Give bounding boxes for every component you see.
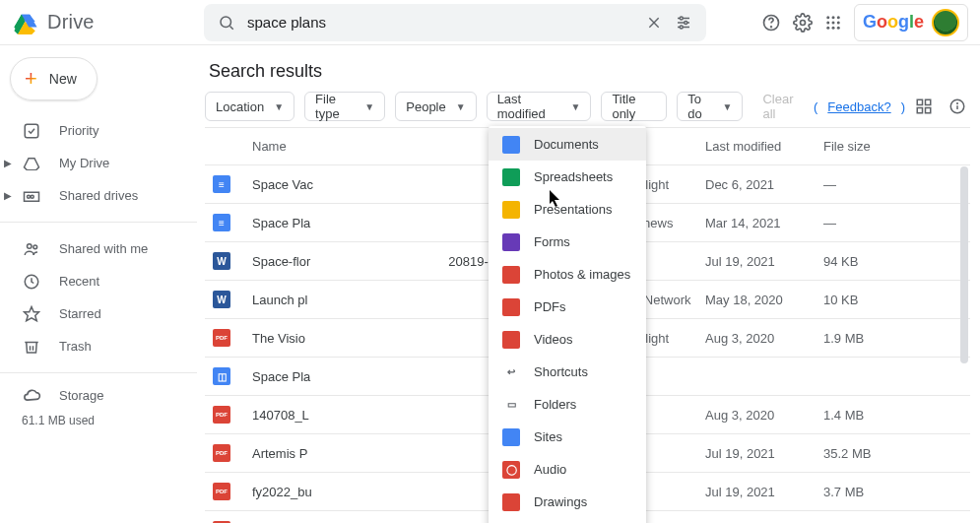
people-icon bbox=[22, 240, 41, 258]
chip-titleonly[interactable]: Title only bbox=[601, 92, 667, 121]
sidebar-item-starred[interactable]: Starred bbox=[0, 297, 197, 330]
filetype-option-icon bbox=[502, 233, 520, 251]
file-size: — bbox=[823, 216, 922, 230]
filetype-option[interactable]: Spreadsheets bbox=[489, 161, 646, 193]
product-name: Drive bbox=[47, 11, 95, 33]
col-size[interactable]: File size bbox=[823, 139, 922, 154]
scrollbar[interactable] bbox=[960, 166, 968, 363]
chip-filetype[interactable]: File type▼ bbox=[304, 92, 385, 121]
settings-gear-icon[interactable] bbox=[793, 13, 813, 33]
chip-location[interactable]: Location▼ bbox=[205, 92, 294, 121]
filetype-option-label: Spreadsheets bbox=[534, 169, 613, 184]
filetype-option[interactable]: Documents bbox=[489, 128, 646, 161]
search-options-icon[interactable] bbox=[669, 8, 698, 37]
chevron-right-icon[interactable]: ▶ bbox=[4, 190, 12, 201]
filetype-option[interactable]: Presentations bbox=[489, 193, 646, 226]
caret-down-icon: ▼ bbox=[571, 101, 581, 112]
pdf-file-icon: PDF bbox=[213, 406, 230, 424]
svg-point-32 bbox=[33, 244, 37, 248]
file-modified: Aug 3, 2020 bbox=[705, 331, 823, 346]
sidebar-item-label: Recent bbox=[59, 274, 99, 289]
new-button[interactable]: + New bbox=[10, 57, 98, 100]
account-chip[interactable]: Google bbox=[854, 4, 968, 41]
nav-secondary: Shared with me Recent Starred Trash bbox=[0, 229, 197, 366]
file-size: 3.7 MB bbox=[823, 485, 922, 499]
filetype-option-icon bbox=[502, 168, 520, 186]
filter-chip-row: Location▼ File type▼ People▼ Last modifi… bbox=[205, 92, 970, 121]
file-modified: Aug 3, 2020 bbox=[705, 408, 823, 423]
svg-point-19 bbox=[837, 16, 840, 19]
filetype-option[interactable]: Sites bbox=[489, 421, 646, 453]
filetype-option[interactable]: ↩Shortcuts bbox=[489, 356, 646, 388]
file-size: 1.4 MB bbox=[823, 408, 922, 423]
svg-point-22 bbox=[837, 21, 840, 24]
svg-rect-37 bbox=[917, 108, 922, 113]
storage-used: 61.1 MB used bbox=[0, 412, 197, 427]
chip-todo[interactable]: To do▼ bbox=[677, 92, 743, 121]
svg-line-5 bbox=[229, 26, 232, 29]
doc-file-icon: ≡ bbox=[213, 214, 230, 231]
header: Drive Google bbox=[0, 0, 980, 45]
sidebar-item-storage[interactable]: Storage bbox=[0, 379, 197, 412]
search-bar bbox=[204, 4, 706, 41]
sidebar-item-label: Shared drives bbox=[59, 188, 138, 203]
filetype-option[interactable]: Videos bbox=[489, 323, 646, 356]
chevron-right-icon[interactable]: ▶ bbox=[4, 158, 12, 168]
sidebar-item-recent[interactable]: Recent bbox=[0, 265, 197, 297]
search-icon[interactable] bbox=[212, 8, 241, 37]
caret-down-icon: ▼ bbox=[364, 101, 374, 112]
header-right: Google bbox=[761, 4, 968, 41]
apps-grid-icon[interactable] bbox=[824, 14, 842, 32]
svg-point-17 bbox=[826, 16, 829, 19]
page-title: Search results bbox=[209, 61, 970, 82]
filetype-option[interactable]: Photos & images bbox=[489, 258, 646, 291]
help-icon[interactable] bbox=[761, 13, 781, 33]
mydrive-icon bbox=[22, 157, 41, 170]
col-modified[interactable]: Last modified bbox=[705, 139, 823, 154]
google-wordmark: Google bbox=[863, 12, 924, 33]
filetype-option-icon bbox=[502, 201, 520, 219]
view-grid-icon[interactable] bbox=[915, 98, 933, 115]
main: Search results Location▼ File type▼ Peop… bbox=[197, 45, 980, 523]
filetype-option[interactable]: ▭Folders bbox=[489, 388, 646, 421]
logo-area[interactable]: Drive bbox=[12, 11, 204, 34]
filetype-option-label: Videos bbox=[534, 332, 573, 347]
filetype-option[interactable]: Archives (zip) bbox=[489, 518, 646, 523]
sidebar-item-priority[interactable]: Priority bbox=[0, 114, 197, 147]
filetype-option-label: Presentations bbox=[534, 202, 613, 217]
sidebar-item-trash[interactable]: Trash bbox=[0, 330, 197, 362]
plus-icon: + bbox=[25, 68, 37, 90]
avatar[interactable] bbox=[932, 9, 959, 36]
sidebar-item-mydrive[interactable]: ▶ My Drive bbox=[0, 147, 197, 179]
clear-search-icon[interactable] bbox=[639, 8, 669, 37]
filetype-option[interactable]: PDFs bbox=[489, 291, 646, 323]
trash-icon bbox=[22, 338, 41, 356]
site-file-icon: ◫ bbox=[213, 367, 230, 385]
sidebar-item-label: Storage bbox=[59, 388, 104, 403]
chip-people[interactable]: People▼ bbox=[395, 92, 476, 121]
filetype-option[interactable]: Forms bbox=[489, 226, 646, 258]
filetype-dropdown: DocumentsSpreadsheetsPresentationsFormsP… bbox=[489, 126, 646, 523]
sidebar-item-label: My Drive bbox=[59, 156, 109, 170]
filetype-option-label: Drawings bbox=[534, 494, 587, 509]
chip-lastmodified[interactable]: Last modified▼ bbox=[487, 92, 592, 121]
filetype-option-icon bbox=[502, 266, 520, 284]
clear-all-link[interactable]: Clear all bbox=[762, 92, 804, 121]
filetype-option-label: Documents bbox=[534, 137, 599, 152]
svg-point-11 bbox=[685, 21, 687, 24]
filetype-option[interactable]: ◯Audio bbox=[489, 453, 646, 486]
svg-point-4 bbox=[221, 17, 231, 28]
svg-point-30 bbox=[31, 195, 33, 198]
svg-point-29 bbox=[28, 195, 31, 198]
feedback-link[interactable]: Feedback? bbox=[827, 99, 890, 114]
sidebar-item-sharedwithme[interactable]: Shared with me bbox=[0, 232, 197, 265]
file-modified: Jul 19, 2021 bbox=[705, 446, 823, 461]
search-input[interactable] bbox=[241, 14, 639, 31]
sidebar-item-shareddrives[interactable]: ▶ Shared drives bbox=[0, 179, 197, 212]
filetype-option[interactable]: Drawings bbox=[489, 486, 646, 518]
star-icon bbox=[22, 305, 41, 323]
file-modified: Mar 14, 2021 bbox=[705, 216, 823, 230]
priority-icon bbox=[22, 122, 41, 140]
details-info-icon[interactable] bbox=[948, 98, 966, 115]
filetype-option-label: Folders bbox=[534, 397, 576, 412]
